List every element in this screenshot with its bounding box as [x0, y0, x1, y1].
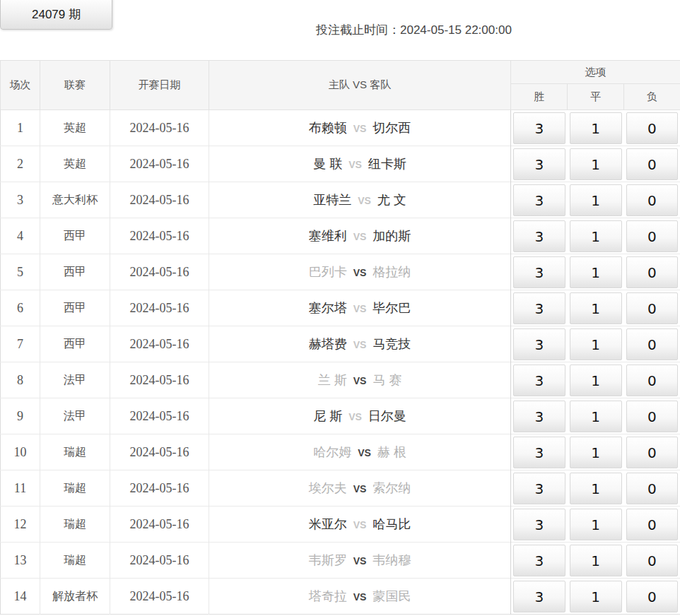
vs-label: VS	[353, 519, 367, 531]
draw-option-cell: 1	[568, 218, 624, 254]
match-date: 2024-05-16	[110, 254, 209, 290]
table-row: 4 西甲 2024-05-16 塞维利VS加的斯 3 1 0	[1, 218, 680, 254]
vs-label: VS	[353, 123, 367, 134]
draw-option-button[interactable]: 1	[570, 220, 622, 252]
draw-option-button[interactable]: 1	[570, 473, 622, 504]
draw-option-button[interactable]: 1	[570, 545, 622, 576]
draw-option-button[interactable]: 1	[570, 112, 622, 144]
vs-label: VS	[353, 303, 367, 314]
home-team: 兰 斯	[318, 373, 347, 387]
teams-cell: 埃尔夫VS索尔纳	[209, 470, 511, 507]
draw-option-button[interactable]: 1	[570, 437, 622, 468]
lose-option-button[interactable]: 0	[626, 509, 679, 540]
match-date: 2024-05-16	[110, 543, 209, 579]
league-name: 西甲	[40, 218, 110, 254]
win-option-button[interactable]: 3	[513, 581, 565, 612]
lose-option-button[interactable]: 0	[626, 148, 679, 180]
draw-option-cell: 1	[568, 146, 624, 182]
league-name: 瑞超	[40, 470, 110, 507]
period-tab[interactable]: 24079 期	[0, 0, 112, 30]
win-option-button[interactable]: 3	[513, 184, 565, 216]
draw-option-button[interactable]: 1	[570, 148, 622, 180]
draw-option-button[interactable]: 1	[570, 401, 622, 432]
lose-option-button[interactable]: 0	[626, 437, 679, 468]
match-date: 2024-05-16	[110, 290, 209, 326]
league-name: 西甲	[40, 290, 110, 326]
win-option-button[interactable]: 3	[513, 545, 565, 576]
teams-cell: 尼 斯VS日尔曼	[209, 398, 511, 434]
draw-option-cell: 1	[568, 579, 624, 615]
lose-option-cell: 0	[624, 146, 680, 182]
match-date: 2024-05-16	[110, 182, 209, 218]
away-team: 加的斯	[373, 229, 411, 243]
lose-option-cell: 0	[624, 434, 680, 470]
away-team: 哈马比	[373, 517, 411, 531]
lose-option-button[interactable]: 0	[626, 401, 679, 432]
lose-option-button[interactable]: 0	[626, 581, 679, 612]
teams-cell: 塔奇拉VS蒙国民	[209, 579, 511, 615]
lose-option-button[interactable]: 0	[626, 328, 679, 360]
draw-option-button[interactable]: 1	[570, 328, 622, 360]
win-option-button[interactable]: 3	[513, 292, 565, 324]
win-option-button[interactable]: 3	[513, 148, 565, 180]
table-row: 8 法甲 2024-05-16 兰 斯VS马 赛 3 1 0	[1, 362, 680, 398]
table-row: 6 西甲 2024-05-16 塞尔塔VS毕尔巴 3 1 0	[1, 290, 680, 326]
league-name: 解放者杯	[40, 579, 110, 615]
draw-option-button[interactable]: 1	[570, 256, 622, 288]
match-date: 2024-05-16	[110, 218, 209, 254]
home-team: 布赖顿	[309, 121, 347, 135]
lose-option-button[interactable]: 0	[626, 220, 679, 252]
draw-option-cell: 1	[568, 398, 624, 434]
home-team: 米亚尔	[309, 517, 347, 531]
lose-option-cell: 0	[624, 290, 680, 326]
match-date: 2024-05-16	[110, 470, 209, 507]
lose-option-button[interactable]: 0	[626, 292, 679, 324]
win-option-cell: 3	[511, 543, 568, 579]
lose-option-button[interactable]: 0	[626, 184, 679, 216]
draw-option-button[interactable]: 1	[570, 292, 622, 324]
league-name: 西甲	[40, 326, 110, 362]
away-team: 格拉纳	[373, 265, 411, 279]
teams-cell: 哈尔姆VS赫 根	[209, 434, 511, 470]
win-option-button[interactable]: 3	[513, 401, 565, 432]
draw-option-cell: 1	[568, 326, 624, 362]
win-option-button[interactable]: 3	[513, 365, 565, 396]
lose-option-button[interactable]: 0	[626, 545, 679, 576]
draw-option-cell: 1	[568, 110, 624, 146]
lose-option-cell: 0	[624, 470, 680, 507]
win-option-button[interactable]: 3	[513, 328, 565, 360]
win-option-cell: 3	[511, 254, 568, 290]
draw-option-cell: 1	[568, 507, 624, 543]
lose-option-cell: 0	[624, 254, 680, 290]
match-date: 2024-05-16	[110, 146, 209, 182]
away-team: 切尔西	[373, 121, 411, 135]
vs-label: VS	[353, 375, 367, 386]
lose-option-button[interactable]: 0	[626, 256, 679, 288]
win-option-button[interactable]: 3	[513, 509, 565, 540]
draw-option-cell: 1	[568, 434, 624, 470]
home-team: 埃尔夫	[309, 481, 347, 495]
vs-label: VS	[353, 339, 367, 350]
teams-cell: 赫塔费VS马竞技	[209, 326, 511, 362]
away-team: 日尔曼	[368, 409, 406, 423]
win-option-button[interactable]: 3	[513, 256, 565, 288]
draw-option-button[interactable]: 1	[570, 184, 622, 216]
table-row: 12 瑞超 2024-05-16 米亚尔VS哈马比 3 1 0	[1, 507, 680, 543]
table-row: 14 解放者杯 2024-05-16 塔奇拉VS蒙国民 3 1 0	[1, 579, 680, 615]
draw-option-button[interactable]: 1	[570, 509, 622, 540]
win-option-cell: 3	[511, 182, 568, 218]
win-option-button[interactable]: 3	[513, 220, 565, 252]
lose-option-button[interactable]: 0	[626, 112, 679, 144]
league-name: 瑞超	[40, 434, 110, 470]
draw-option-button[interactable]: 1	[570, 365, 622, 396]
win-option-cell: 3	[511, 110, 568, 146]
match-date: 2024-05-16	[110, 434, 209, 470]
match-number: 2	[1, 146, 40, 182]
win-option-button[interactable]: 3	[513, 437, 565, 468]
lose-option-button[interactable]: 0	[626, 365, 679, 396]
draw-option-button[interactable]: 1	[570, 581, 622, 612]
vs-label: VS	[353, 555, 367, 567]
lose-option-button[interactable]: 0	[626, 473, 679, 504]
win-option-button[interactable]: 3	[513, 473, 565, 504]
win-option-button[interactable]: 3	[513, 112, 565, 144]
